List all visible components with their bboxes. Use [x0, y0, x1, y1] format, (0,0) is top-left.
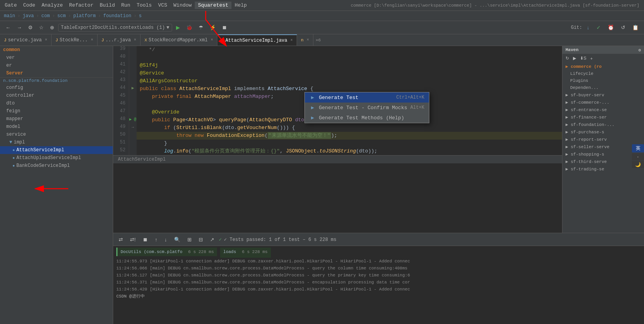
- ime-dot-btn[interactable]: ·: [632, 153, 644, 160]
- stop-btn[interactable]: ⏹: [220, 23, 229, 32]
- menu-code[interactable]: Code: [20, 2, 38, 9]
- menu-squaretest[interactable]: Squaretest: [195, 2, 231, 9]
- scroll-to-bottom-btn[interactable]: ↓: [162, 235, 169, 244]
- menu-window[interactable]: Window: [170, 2, 195, 9]
- sidebar-item-controller[interactable]: controller: [0, 92, 113, 99]
- maven-sf-purchase[interactable]: ▶ sf-purchase-s: [562, 128, 644, 136]
- ime-chinese-btn[interactable]: 英: [632, 144, 644, 152]
- maven-refresh-btn[interactable]: ↻: [564, 55, 571, 61]
- sidebar-item-ver[interactable]: ver: [0, 54, 113, 62]
- maven-sf-entrance[interactable]: ▶ sf-entrance-se: [562, 106, 644, 113]
- maven-plugins[interactable]: Plugins: [562, 77, 644, 84]
- maven-run-btn[interactable]: ▶: [571, 55, 578, 61]
- maven-settings-icon[interactable]: ⚙: [638, 48, 641, 53]
- maven-sf-buyer[interactable]: ▶ sf-buyer-serv: [562, 91, 644, 99]
- menu-vcs[interactable]: VCS: [155, 2, 170, 9]
- dropdown-generate-test[interactable]: ▶ Generate Test Ctrl+Alt+K: [305, 92, 429, 103]
- bc-main[interactable]: main: [3, 13, 16, 19]
- tab-attachserviceimpl[interactable]: J AttachServiceImpl.java ×: [217, 34, 297, 46]
- menu-analyze[interactable]: Analyze: [38, 2, 66, 9]
- debug-btn[interactable]: 🐞: [184, 23, 195, 32]
- sidebar-item-config[interactable]: config: [0, 84, 113, 92]
- menu-gate[interactable]: Gate: [2, 2, 20, 9]
- tab-close-service[interactable]: ×: [45, 38, 47, 42]
- menu-run[interactable]: Run: [118, 2, 133, 9]
- maven-sf-finance[interactable]: ▶ sf-finance-ser: [562, 113, 644, 121]
- sidebar-item-mapper[interactable]: mapper: [0, 115, 113, 123]
- scroll-to-top-btn[interactable]: ↑: [153, 235, 160, 244]
- git-commit-btn[interactable]: ✓: [594, 23, 603, 32]
- sidebar-item-bankcode[interactable]: ● BankCodeServiceImpl: [0, 162, 113, 170]
- collapse-btn[interactable]: ⊟: [196, 235, 205, 244]
- sidebar-item-dto[interactable]: dto: [0, 99, 113, 107]
- rerun-btn[interactable]: ⇄: [116, 235, 125, 244]
- dropdown-generate-test-confirm[interactable]: ▶ Generate Test - Confirm Mocks Alt+K: [305, 103, 429, 113]
- settings-btn[interactable]: ⚙: [26, 23, 35, 32]
- console-output[interactable]: DocUtils (com.scm.platfo 6 s 228 ms load…: [113, 246, 644, 324]
- bc-com[interactable]: com: [41, 13, 51, 19]
- run-btn[interactable]: ▶: [174, 23, 182, 32]
- test-item-docutils[interactable]: DocUtils (com.scm.platfo 6 s 228 ms: [116, 248, 217, 256]
- run-debug-icon-48[interactable]: ▶ @: [129, 117, 136, 122]
- navigate-back-btn[interactable]: ←: [3, 23, 13, 32]
- bc-platform[interactable]: platform: [73, 13, 97, 19]
- maven-commerce[interactable]: ▶ commerce (ro: [562, 63, 644, 70]
- maven-sf-commerce[interactable]: ▶ sf-commerce-...: [562, 99, 644, 106]
- bc-foundation[interactable]: foundation: [102, 13, 132, 19]
- ime-moon-btn[interactable]: 🌙: [632, 161, 644, 168]
- expand-btn[interactable]: ⊞: [185, 235, 194, 244]
- maven-lifecycle[interactable]: Lifecycle: [562, 70, 644, 77]
- sidebar-item-service[interactable]: service: [0, 131, 113, 138]
- profile-btn[interactable]: ⚡: [207, 23, 218, 32]
- menu-help[interactable]: Help: [231, 2, 250, 9]
- export-btn[interactable]: ↗: [208, 235, 217, 244]
- tab-close-rjava[interactable]: ×: [134, 38, 136, 42]
- tab-xml[interactable]: X StockRecordMapper.xml ×: [141, 34, 217, 46]
- maven-dependencies[interactable]: Dependen...: [562, 84, 644, 91]
- tab-close-attach[interactable]: ×: [290, 38, 293, 42]
- sidebar-item-model[interactable]: model: [0, 123, 113, 131]
- sidebar-group-common[interactable]: common: [0, 46, 113, 54]
- sidebar-item-er[interactable]: er: [0, 62, 113, 69]
- tab-service[interactable]: J service.java ×: [0, 34, 52, 46]
- tab-close-n[interactable]: ×: [307, 38, 309, 42]
- maven-sf-foundation[interactable]: ▶ sf-foundation-...: [562, 121, 644, 128]
- navigate-forward-btn[interactable]: →: [14, 23, 24, 32]
- sidebar-item-server[interactable]: Server: [0, 69, 113, 77]
- editor-and-right: 39 */ 40: [113, 46, 644, 233]
- tab-rjava[interactable]: J ...r.java ×: [98, 34, 141, 46]
- menu-build[interactable]: Build: [96, 2, 118, 9]
- code-editor[interactable]: 39 */ 40: [113, 46, 562, 233]
- tab-n[interactable]: n ×: [297, 34, 313, 46]
- bc-s[interactable]: s: [138, 13, 142, 19]
- sidebar-item-feign[interactable]: feign: [0, 107, 113, 115]
- run-gutter-44[interactable]: ▶: [132, 86, 134, 90]
- add-btn[interactable]: ⊕: [48, 23, 57, 32]
- bc-scm[interactable]: scm: [57, 13, 67, 19]
- stop-test-btn[interactable]: ⏹: [141, 235, 150, 244]
- menu-tools[interactable]: Tools: [133, 2, 155, 9]
- coverage-btn[interactable]: ☂: [196, 23, 206, 32]
- bookmark-btn[interactable]: ☆: [37, 23, 46, 32]
- tab-close-stockre[interactable]: ×: [91, 38, 93, 42]
- maven-add-btn[interactable]: +: [589, 55, 594, 61]
- sidebar-item-attachserviceimpl[interactable]: ● AttachServiceImpl: [0, 146, 113, 154]
- menu-refactor[interactable]: Refactor: [66, 2, 96, 9]
- git-undo-btn[interactable]: ↺: [619, 23, 628, 32]
- git-push-btn[interactable]: ⏰: [605, 23, 616, 32]
- bc-java[interactable]: java: [22, 13, 35, 19]
- tab-stockre[interactable]: J StockRe... ×: [52, 34, 98, 46]
- test-item-loads[interactable]: loads 6 s 228 ms: [220, 248, 271, 258]
- git-history-btn[interactable]: 📋: [630, 23, 641, 32]
- sidebar-item-impl[interactable]: ▼ impl: [0, 138, 113, 146]
- line-content-39: */: [137, 46, 562, 54]
- maven-download-src-btn[interactable]: ⬇S: [578, 55, 588, 61]
- rerun-failed-btn[interactable]: ⇄!: [128, 235, 138, 244]
- run-config-selector[interactable]: TableExport2DocUtils.contextLoads (1) ▼: [58, 24, 172, 32]
- tab-close-xml[interactable]: ×: [211, 38, 213, 42]
- dropdown-generate-test-methods[interactable]: ▶ Generate Test Methods (Help): [305, 113, 429, 123]
- sidebar-item-attachupload[interactable]: ● AttachUploadServiceImpl: [0, 154, 113, 162]
- filter-btn[interactable]: 🔍: [172, 235, 183, 244]
- git-update-btn[interactable]: ↓: [585, 23, 592, 32]
- maven-sf-report[interactable]: ▶ sf-report-serv: [562, 136, 644, 143]
